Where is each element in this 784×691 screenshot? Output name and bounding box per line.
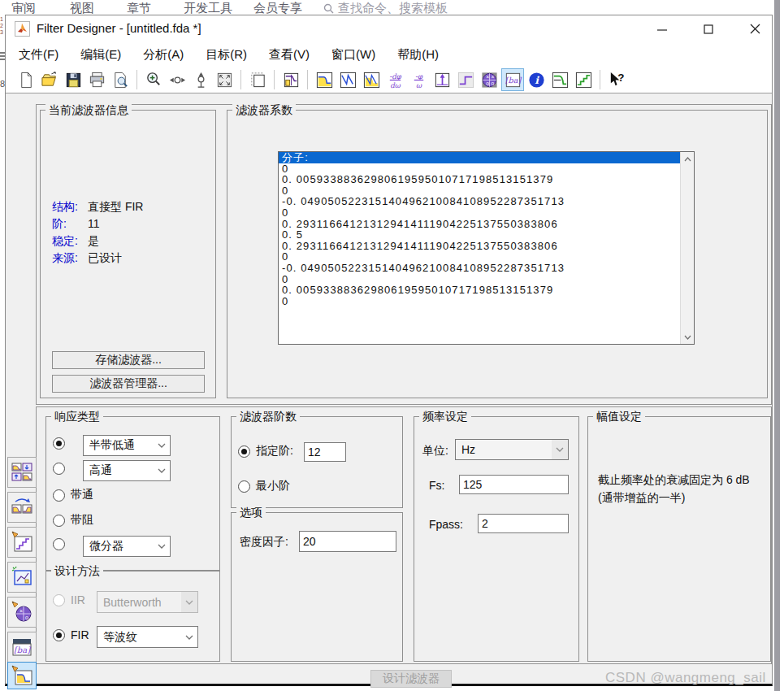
radio-iir[interactable]: [53, 594, 65, 606]
coefficient-row[interactable]: 0: [279, 185, 694, 197]
fs-input[interactable]: [459, 475, 569, 494]
open-file-icon[interactable]: [39, 69, 60, 90]
coefficient-row[interactable]: 0. 2931166412131294141119042251375503838…: [279, 219, 694, 230]
radio-differentiator[interactable]: [53, 538, 65, 550]
coefficient-row[interactable]: 0. 0059338836298061959501071719851315137…: [279, 285, 694, 296]
zoom-x-icon[interactable]: [167, 69, 188, 90]
halfband-lowpass-dropdown[interactable]: 半带低通: [83, 435, 171, 456]
coefficient-row[interactable]: 0. 5: [279, 229, 694, 241]
magnitude-and-phase-response-icon[interactable]: [361, 69, 382, 90]
bg-menu-view[interactable]: 视图: [70, 1, 94, 15]
zoom-in-icon[interactable]: [143, 69, 164, 90]
units-dropdown[interactable]: Hz: [455, 439, 569, 460]
create-multirate-filter-button[interactable]: [7, 457, 37, 488]
zoom-y-icon[interactable]: [190, 69, 211, 90]
coefficient-row-selected[interactable]: 分子:: [279, 152, 694, 163]
phase-delay-icon[interactable]: -φω: [408, 69, 429, 90]
radio-halfband-lowpass[interactable]: [53, 437, 65, 450]
radio-minimum-order[interactable]: [238, 480, 250, 493]
bg-menu-devtools[interactable]: 开发工具: [184, 1, 232, 15]
minimize-button[interactable]: [644, 15, 680, 42]
bg-menu-section[interactable]: 章节: [127, 1, 151, 15]
phase-response-icon[interactable]: [337, 69, 358, 90]
close-button[interactable]: [737, 15, 773, 42]
background-scrollbar[interactable]: [774, 0, 780, 691]
design-method-title: 设计方法: [51, 564, 103, 579]
pole-zero-plot-icon[interactable]: ×o×o: [479, 69, 500, 90]
coefficient-row[interactable]: 0: [279, 163, 694, 175]
menu-file[interactable]: 文件(F): [19, 47, 58, 63]
magnitude-response-icon[interactable]: [314, 69, 335, 90]
bg-menu-review[interactable]: 审阅: [11, 1, 36, 15]
coefficient-row[interactable]: 0: [279, 251, 694, 263]
menu-targets[interactable]: 目标(R): [206, 47, 247, 63]
coefficient-row[interactable]: 0. 0059338836298061959501071719851315137…: [279, 174, 694, 185]
transform-filter-button[interactable]: [7, 492, 37, 523]
menu-view[interactable]: 查看(V): [269, 47, 310, 63]
scroll-down-icon[interactable]: [681, 330, 695, 344]
menu-edit[interactable]: 编辑(E): [80, 47, 121, 63]
options-group: 选项 密度因子:: [231, 512, 403, 662]
density-factor-input[interactable]: [299, 531, 396, 552]
full-view-icon[interactable]: [214, 69, 235, 90]
step-response-icon[interactable]: [455, 69, 476, 90]
design-filter-sidebar-button[interactable]: [7, 662, 37, 689]
coefficients-listbox[interactable]: 分子: 0 0. 0059338836298061959501071719851…: [278, 151, 695, 345]
svg-text:-φ: -φ: [415, 72, 423, 80]
store-filter-button[interactable]: 存储滤波器...: [52, 351, 205, 369]
new-file-icon[interactable]: [15, 69, 37, 90]
fpass-input[interactable]: [478, 514, 569, 533]
svg-text:dω: dω: [390, 81, 401, 89]
highpass-dropdown[interactable]: 高通: [83, 460, 171, 481]
toolbar-separator: [274, 70, 275, 89]
specify-order-input[interactable]: [304, 442, 346, 462]
close-icon: [749, 23, 761, 35]
svg-text:o: o: [25, 615, 28, 620]
svg-text:×: ×: [19, 608, 23, 614]
menu-help[interactable]: 帮助(H): [397, 47, 439, 63]
radio-bandpass[interactable]: [53, 489, 65, 502]
maximize-button[interactable]: [691, 15, 726, 42]
impulse-response-icon[interactable]: [431, 69, 453, 90]
bg-search-box[interactable]: 查找命令、搜索模板: [323, 1, 448, 15]
scroll-up-icon[interactable]: [681, 152, 695, 166]
iir-method-dropdown[interactable]: Butterworth: [97, 591, 198, 613]
magnitude-specifications-icon[interactable]: [549, 69, 570, 90]
svg-text:×: ×: [486, 74, 489, 80]
fir-method-dropdown[interactable]: 等波纹: [97, 626, 198, 648]
filter-coefficients-icon[interactable]: [ba]: [502, 69, 523, 90]
group-delay-icon[interactable]: -dφdω: [384, 69, 405, 90]
coefficient-row[interactable]: 0: [279, 296, 694, 307]
menu-window[interactable]: 窗口(W): [331, 47, 375, 63]
coefficient-row[interactable]: -0. 049050522315140496210084108952287351…: [279, 196, 694, 207]
radio-fir[interactable]: [53, 629, 65, 641]
coefficient-row[interactable]: 0: [279, 207, 694, 219]
coefficient-row[interactable]: 0: [279, 274, 694, 285]
import-filter-button[interactable]: [ba]: [7, 632, 37, 663]
context-help-icon[interactable]: ?: [606, 69, 627, 90]
search-icon: [323, 3, 334, 14]
print-preview-icon[interactable]: [110, 69, 131, 90]
radio-specify-order[interactable]: [238, 445, 250, 458]
radio-highpass[interactable]: [53, 463, 65, 475]
quantization-icon[interactable]: [573, 69, 594, 90]
print-icon[interactable]: [86, 69, 107, 90]
design-filter-button[interactable]: 设计滤波器: [370, 670, 452, 688]
titlebar[interactable]: Filter Designer - [untitled.fda *]: [6, 15, 772, 42]
differentiator-dropdown[interactable]: 微分器: [83, 536, 171, 557]
set-quantization-parameters-button[interactable]: [7, 527, 37, 558]
filter-manager-button[interactable]: 滤波器管理器...: [52, 375, 205, 393]
print-to-figure-icon[interactable]: [247, 69, 268, 90]
radio-bandstop[interactable]: [53, 515, 65, 527]
save-icon[interactable]: [63, 69, 84, 90]
toolbar-separator: [600, 70, 600, 89]
filter-specifications-icon[interactable]: [280, 69, 301, 90]
realize-model-button[interactable]: [7, 562, 37, 593]
filter-information-icon[interactable]: i: [526, 69, 547, 90]
coefficients-scrollbar[interactable]: [680, 152, 694, 344]
menu-analysis[interactable]: 分析(A): [143, 47, 184, 63]
coefficient-row[interactable]: 0. 2931166412131294141119042251375503838…: [279, 241, 694, 252]
bg-menu-member[interactable]: 会员专享: [253, 1, 302, 15]
coefficient-row[interactable]: -0. 049050522315140496210084108952287351…: [279, 263, 694, 274]
pole-zero-editor-button[interactable]: ×o: [7, 597, 37, 628]
